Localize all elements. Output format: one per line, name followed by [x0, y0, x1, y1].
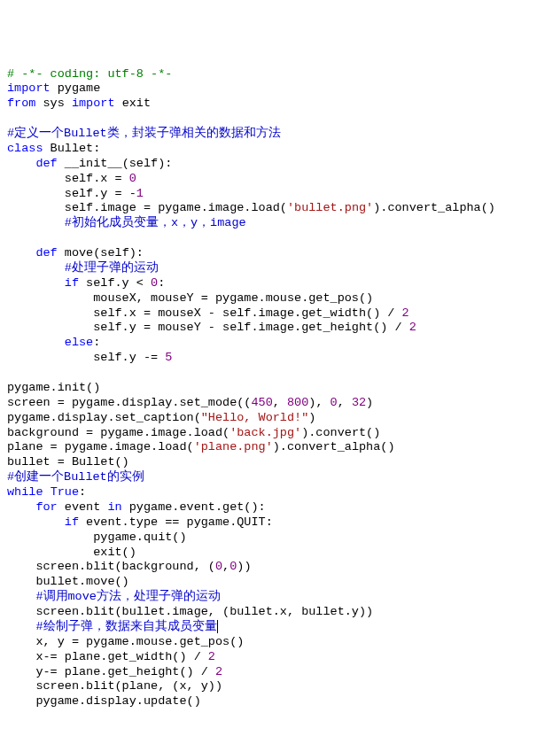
number: 1 [136, 187, 144, 200]
keyword-def: def [35, 157, 57, 170]
number: 5 [165, 351, 172, 364]
indent [7, 665, 35, 678]
indent [7, 590, 35, 603]
code-text: , [338, 396, 352, 409]
code-text: self.y = mouseY - self.image.get_height(… [93, 321, 408, 334]
comment-cn: #创建一个Bullet的实例 [7, 470, 144, 484]
indent [7, 500, 35, 514]
code-text: ).convert() [301, 426, 380, 439]
indent [7, 515, 65, 529]
code-text: screen.blit(background, ( [35, 560, 215, 573]
code-text: screen.blit(bullet.image, (bullet.x, bul… [35, 605, 373, 618]
code-text: exit() [93, 546, 136, 559]
code-text [43, 485, 51, 499]
code-text: pygame.init() [7, 381, 100, 394]
ident: sys [35, 97, 72, 110]
number: 0 [129, 172, 136, 185]
code-text: pygame.display.update() [35, 694, 200, 708]
indent [7, 157, 35, 170]
comment-cn: #处理子弹的运动 [65, 261, 159, 275]
indent [7, 635, 35, 648]
code-text: mouseX, mouseY = pygame.mouse.get_pos() [93, 291, 373, 305]
keyword-in: in [107, 500, 121, 514]
indent [7, 575, 35, 588]
keyword-for: for [35, 500, 57, 514]
code-text: ) [308, 411, 315, 424]
code-block: # -*- coding: utf-8 -*- import pygame fr… [7, 67, 553, 710]
keyword-else: else [65, 336, 93, 349]
indent [7, 620, 35, 633]
code-text: y-= plane.get_height() / [35, 665, 215, 678]
string: 'bullet.png' [287, 201, 373, 214]
number: 450 [251, 396, 272, 409]
indent [7, 246, 35, 260]
keyword-while: while [7, 485, 43, 499]
code-text: , [273, 396, 287, 409]
code-text: , [222, 560, 229, 573]
indent [7, 351, 93, 364]
indent [7, 546, 93, 559]
keyword-class: class [7, 142, 43, 155]
code-text: pygame.quit() [93, 531, 186, 544]
number: 2 [215, 665, 222, 678]
number: 2 [208, 650, 215, 663]
ident: move(self): [58, 246, 144, 260]
code-text: self.y = - [65, 187, 136, 200]
indent [7, 201, 65, 214]
code-text: x-= plane.get_width() / [35, 650, 207, 663]
code-text: self.y -= [93, 351, 165, 364]
indent [7, 216, 65, 229]
ident: __init__(self): [58, 157, 173, 170]
ident: exit [115, 97, 152, 110]
code-text: screen.blit(plane, (x, y)) [35, 679, 222, 693]
code-text: ).convert_alpha() [273, 440, 395, 453]
code-text: self.x = mouseX - self.image.get_width()… [93, 306, 401, 320]
indent [7, 306, 93, 320]
number: 800 [287, 396, 308, 409]
code-text: plane = pygame.image.load( [7, 440, 194, 453]
indent [7, 276, 65, 290]
code-text: bullet.move() [35, 575, 128, 588]
code-text: pygame.event.get(): [122, 500, 266, 514]
code-text: ), [308, 396, 330, 409]
code-text: self.image = pygame.image.load( [65, 201, 287, 214]
ident: Bullet: [43, 142, 101, 155]
code-text: screen = pygame.display.set_mode(( [7, 396, 251, 409]
keyword-import: import [7, 81, 51, 95]
code-text: )) [237, 560, 251, 573]
string: 'plane.png' [194, 440, 273, 453]
number: 0 [331, 396, 338, 409]
code-text: event [58, 500, 108, 514]
code-text: self.y < [79, 276, 151, 290]
code-text: ) [366, 396, 373, 409]
keyword-def: def [35, 246, 57, 260]
indent [7, 694, 35, 708]
code-text: : [158, 276, 165, 290]
indent [7, 605, 35, 618]
string: "Hello, World!" [201, 411, 309, 424]
code-text: event.type == pygame.QUIT: [79, 515, 273, 529]
indent [7, 650, 35, 663]
number: 0 [151, 276, 158, 290]
indent [7, 336, 65, 349]
indent [7, 531, 93, 544]
comment-cn: #定义一个Bullet类，封装子弹相关的数据和方法 [7, 127, 281, 140]
keyword-from: from [7, 97, 35, 110]
comment-cn: #初始化成员变量，x，y，image [65, 216, 246, 229]
number: 2 [402, 306, 409, 320]
code-text: background = pygame.image.load( [7, 426, 229, 439]
keyword-true: True [51, 485, 79, 499]
comment-cn: #绘制子弹，数据来自其成员变量 [35, 620, 216, 633]
code-text: x, y = pygame.mouse.get_pos() [35, 635, 244, 648]
code-text: bullet = Bullet() [7, 455, 129, 469]
code-text: self.x = [65, 172, 129, 185]
keyword-import: import [72, 97, 115, 110]
comment: # -*- coding: utf-8 -*- [7, 67, 172, 81]
ident: pygame [51, 81, 101, 95]
text-cursor [217, 620, 218, 633]
code-text: : [79, 485, 86, 499]
number: 32 [352, 396, 366, 409]
indent [7, 679, 35, 693]
code-text: pygame.display.set_caption( [7, 411, 201, 424]
indent [7, 291, 93, 305]
